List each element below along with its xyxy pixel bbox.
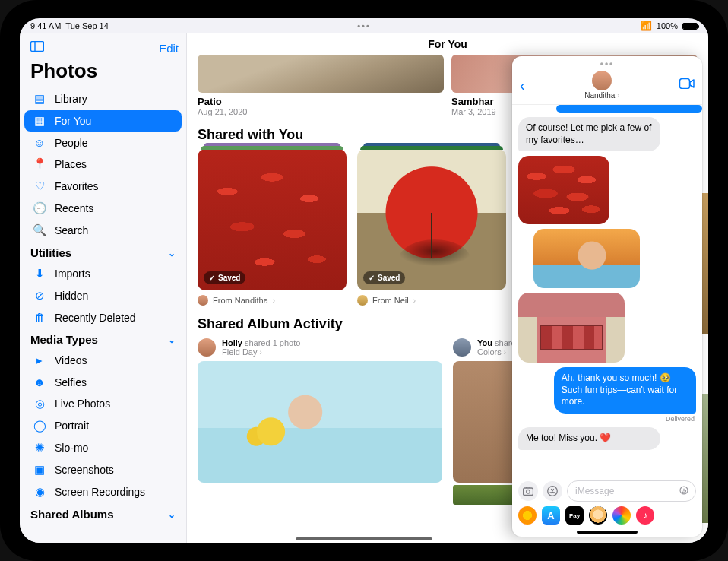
facetime-icon[interactable]: [679, 78, 695, 92]
shared-stack[interactable]: ✓ Saved From Neil ›: [357, 149, 506, 306]
chevron-down-icon: ⌄: [168, 334, 176, 345]
sidebar-item-videos[interactable]: ▸Videos: [24, 350, 182, 371]
memoji-app-icon[interactable]: [589, 506, 607, 525]
favorites-icon: ♡: [32, 179, 47, 193]
avatar-icon: [357, 295, 368, 306]
sidebar-item-recently-deleted[interactable]: 🗑Recently Deleted: [24, 307, 182, 328]
apple-pay-app-icon[interactable]: Pay: [565, 506, 584, 525]
shared-from[interactable]: From Neil ›: [357, 295, 506, 306]
sidebar-title: Photos: [20, 59, 186, 87]
sidebar-item-label: Search: [55, 224, 88, 236]
message-in[interactable]: Of course! Let me pick a few of my favor…: [518, 117, 660, 151]
message-input[interactable]: iMessage: [567, 480, 696, 502]
avatar-icon: [198, 295, 208, 306]
svg-point-4: [527, 490, 530, 493]
sidebar-item-label: Recently Deleted: [55, 312, 136, 324]
status-time: 9:41 AM: [30, 21, 61, 30]
delivered-label: Delivered: [518, 415, 695, 423]
svg-rect-2: [680, 79, 690, 89]
sidebar-item-label: Live Photos: [55, 398, 110, 410]
sidebar-item-label: Hidden: [55, 290, 88, 302]
sidebar-item-label: Portrait: [55, 420, 89, 432]
sidebar-item-portrait[interactable]: ◯Portrait: [24, 415, 182, 436]
message-image[interactable]: [533, 229, 640, 288]
dictation-icon[interactable]: [676, 483, 692, 499]
recents-icon: 🕘: [32, 201, 47, 215]
photos-sidebar: Edit Photos ▤Library▦For You☺People📍Plac…: [20, 33, 187, 543]
slideover-dots-icon[interactable]: •••: [512, 56, 702, 69]
message-out[interactable]: Ah, thank you so much! 🥹 Such fun trips—…: [554, 367, 696, 414]
sidebar-item-selfies[interactable]: ☻Selfies: [24, 372, 182, 392]
outgoing-bubble-edge: [556, 105, 702, 113]
sidebar-item-search[interactable]: 🔍Search: [24, 220, 182, 241]
sidebar-section-media-types[interactable]: Media Types⌄: [20, 328, 186, 349]
digital-touch-app-icon[interactable]: [612, 506, 631, 525]
sidebar-item-slo-mo[interactable]: ✺Slo-mo: [24, 437, 182, 458]
live-photos-icon: ◎: [32, 397, 47, 410]
hidden-icon: ⊘: [32, 289, 47, 303]
conversation-contact[interactable]: Nanditha ›: [525, 71, 679, 100]
sidebar-item-screenshots[interactable]: ▣Screenshots: [24, 459, 182, 480]
message-in[interactable]: Me too! Miss you. ❤️: [518, 427, 660, 450]
chevron-down-icon: ⌄: [168, 509, 176, 520]
sidebar-item-imports[interactable]: ⬇Imports: [24, 263, 182, 284]
sidebar-item-hidden[interactable]: ⊘Hidden: [24, 285, 182, 306]
screen-recordings-icon: ◉: [32, 485, 47, 499]
screenshots-icon: ▣: [32, 463, 47, 477]
activity-card[interactable]: Holly shared 1 photo Field Day ›: [198, 338, 442, 505]
sidebar-section-shared-albums[interactable]: Shared Albums⌄: [20, 503, 186, 524]
sidebar-item-favorites[interactable]: ♡Favorites: [24, 176, 182, 197]
for-you-icon: ▦: [32, 114, 47, 128]
app-store-app-icon[interactable]: A: [542, 506, 560, 525]
videos-icon: ▸: [32, 353, 47, 367]
imports-icon: ⬇: [32, 267, 47, 280]
app-store-apps-button[interactable]: [543, 481, 562, 501]
svg-rect-3: [524, 488, 533, 496]
sidebar-item-library[interactable]: ▤Library: [24, 88, 182, 109]
message-image[interactable]: [518, 156, 609, 224]
sidebar-item-label: Places: [55, 158, 87, 170]
sidebar-item-label: Screen Recordings: [55, 486, 145, 498]
slideover-grabber[interactable]: [577, 531, 638, 534]
battery-percent: 100%: [657, 21, 678, 30]
portrait-icon: ◯: [32, 419, 47, 433]
shared-from[interactable]: From Nanditha ›: [198, 295, 347, 306]
music-app-icon[interactable]: ♪: [636, 506, 654, 525]
sidebar-section-utilities[interactable]: Utilities⌄: [20, 242, 186, 262]
camera-button[interactable]: [518, 481, 538, 501]
people-icon: ☺: [32, 136, 47, 149]
messages-slideover: ••• ‹ Nanditha › Of course! Let me: [512, 56, 702, 537]
sidebar-toggle-icon[interactable]: [27, 38, 47, 58]
sidebar-item-label: Videos: [55, 354, 87, 366]
messages-app-strip[interactable]: A Pay ♪: [512, 505, 702, 529]
avatar-icon: [198, 338, 216, 357]
memory-title: Patio: [198, 96, 444, 107]
memory-card[interactable]: Patio Aug 21, 2020: [198, 55, 444, 116]
home-indicator[interactable]: [296, 537, 432, 540]
sidebar-item-label: Favorites: [55, 180, 99, 192]
photos-app-icon[interactable]: [518, 506, 537, 525]
sidebar-item-places[interactable]: 📍Places: [24, 154, 182, 175]
sidebar-item-label: People: [55, 137, 88, 149]
activity-photo[interactable]: [198, 361, 442, 483]
chevron-right-icon: ›: [413, 296, 416, 305]
chevron-down-icon: ⌄: [168, 248, 176, 258]
sidebar-item-recents[interactable]: 🕘Recents: [24, 198, 182, 219]
sidebar-item-label: Imports: [55, 268, 90, 280]
multitask-dots-icon[interactable]: •••: [357, 21, 371, 30]
avatar-icon: [592, 71, 612, 90]
sidebar-item-label: Library: [55, 93, 87, 105]
sidebar-item-live-photos[interactable]: ◎Live Photos: [24, 393, 182, 414]
edit-button[interactable]: Edit: [159, 42, 179, 55]
message-image[interactable]: [518, 293, 625, 363]
sidebar-item-people[interactable]: ☺People: [24, 132, 182, 153]
sidebar-item-label: Slo-mo: [55, 442, 88, 454]
slo-mo-icon: ✺: [32, 441, 47, 455]
back-button[interactable]: ‹: [520, 77, 525, 94]
avatar-icon: [453, 338, 471, 357]
status-date: Tue Sep 14: [65, 21, 108, 30]
shared-stack[interactable]: ✓ Saved From Nanditha ›: [198, 149, 347, 306]
status-bar: 9:41 AM Tue Sep 14 ••• 📶 100%: [20, 18, 708, 33]
sidebar-item-screen-recordings[interactable]: ◉Screen Recordings: [24, 481, 182, 502]
sidebar-item-for-you[interactable]: ▦For You: [24, 110, 182, 132]
